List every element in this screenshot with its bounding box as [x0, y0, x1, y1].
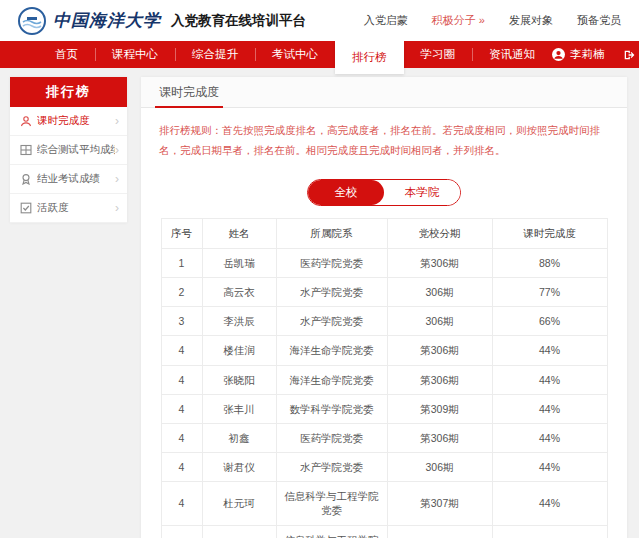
- cell-session: 306期: [387, 307, 492, 336]
- table-row: 4楼佳润海洋生命学院党委第306期44%: [161, 336, 607, 365]
- header-link-3[interactable]: 预备党员: [577, 13, 621, 28]
- cell-rank: 4: [161, 453, 202, 482]
- table-row: 2高云衣水产学院党委306期77%: [161, 278, 607, 307]
- sidebar-item-label: 综合测试平均成绩: [37, 143, 115, 157]
- university-name: 中国海洋大学: [53, 9, 161, 32]
- main-panel: 课时完成度 排行榜规则：首先按照完成度排名，高完成度者，排名在前。若完成度相同，…: [141, 77, 627, 538]
- cell-completion: 44%: [492, 482, 607, 525]
- sidebar-item-1[interactable]: 综合测试平均成绩›: [10, 136, 127, 165]
- cell-name: 初鑫: [202, 423, 276, 452]
- university-logo-icon: [18, 7, 46, 35]
- cell-completion: 44%: [492, 423, 607, 452]
- nav-item-6[interactable]: 资讯通知: [472, 41, 552, 68]
- cell-session: 第306期: [387, 336, 492, 365]
- sidebar-item-label: 结业考试成绩: [37, 172, 115, 186]
- tab-strip: 课时完成度: [141, 77, 627, 108]
- column-header-1: 姓名: [202, 218, 276, 248]
- cell-name: 郭欣彤: [202, 525, 276, 538]
- header-link-2[interactable]: 发展对象: [509, 13, 553, 28]
- cell-department: 信息科学与工程学院党委: [276, 525, 387, 538]
- logout-icon: [623, 49, 635, 61]
- cell-name: 张晓阳: [202, 365, 276, 394]
- nav-item-5[interactable]: 学习圈: [404, 41, 473, 68]
- chevron-right-icon: ›: [115, 172, 119, 186]
- scope-option-1[interactable]: 本学院: [384, 180, 460, 205]
- cell-rank: 2: [161, 278, 202, 307]
- nav-right: 李莉楠 退出: [552, 41, 639, 68]
- cell-department: 海洋生命学院党委: [276, 336, 387, 365]
- scope-toggle: 全校本学院: [141, 179, 627, 206]
- cell-name: 张丰川: [202, 394, 276, 423]
- chevron-right-icon: ›: [115, 114, 119, 128]
- cell-name: 高云衣: [202, 278, 276, 307]
- chevron-right-icon: ›: [115, 201, 119, 215]
- cell-name: 李洪辰: [202, 307, 276, 336]
- main-navbar: 首页课程中心综合提升考试中心排行榜学习圈资讯通知 李莉楠 退出: [0, 41, 639, 68]
- logout-button[interactable]: 退出: [623, 47, 639, 62]
- user-menu[interactable]: 李莉楠: [552, 47, 605, 62]
- table-row: 4张丰川数学科学学院党委第309期44%: [161, 394, 607, 423]
- header-link-0[interactable]: 入党启蒙: [364, 13, 408, 28]
- column-header-2: 所属院系: [276, 218, 387, 248]
- cell-name: 岳凯瑞: [202, 248, 276, 277]
- cell-session: 第306期: [387, 365, 492, 394]
- cell-rank: 4: [161, 525, 202, 538]
- header-link-1[interactable]: 积极分子 »: [432, 13, 485, 28]
- nav-item-0[interactable]: 首页: [38, 41, 95, 68]
- cell-completion: 88%: [492, 248, 607, 277]
- cell-rank: 1: [161, 248, 202, 277]
- column-header-0: 序号: [161, 218, 202, 248]
- sidebar-items: 课时完成度›综合测试平均成绩›结业考试成绩›活跃度›: [10, 107, 127, 223]
- cell-completion: 44%: [492, 525, 607, 538]
- sidebar-title: 排行榜: [10, 77, 127, 107]
- cell-completion: 44%: [492, 336, 607, 365]
- ranking-table: 序号姓名所属院系党校分期课时完成度 1岳凯瑞医药学院党委第306期88%2高云衣…: [161, 218, 608, 538]
- table-row: 4张晓阳海洋生命学院党委第306期44%: [161, 365, 607, 394]
- table-header-row: 序号姓名所属院系党校分期课时完成度: [161, 218, 607, 248]
- header-links: 入党启蒙积极分子 »发展对象预备党员: [364, 13, 621, 28]
- sidebar-item-label: 活跃度: [37, 201, 115, 215]
- cell-rank: 4: [161, 394, 202, 423]
- column-header-4: 课时完成度: [492, 218, 607, 248]
- sidebar-item-3[interactable]: 活跃度›: [10, 194, 127, 223]
- table-row: 4谢君仪水产学院党委306期44%: [161, 453, 607, 482]
- sidebar-item-2[interactable]: 结业考试成绩›: [10, 165, 127, 194]
- nav-item-2[interactable]: 综合提升: [175, 41, 255, 68]
- scope-toggle-group: 全校本学院: [307, 179, 461, 206]
- cell-completion: 44%: [492, 365, 607, 394]
- cell-rank: 4: [161, 423, 202, 452]
- cell-rank: 4: [161, 365, 202, 394]
- cell-department: 医药学院党委: [276, 423, 387, 452]
- user-avatar-icon: [552, 48, 565, 61]
- cell-completion: 66%: [492, 307, 607, 336]
- cell-name: 谢君仪: [202, 453, 276, 482]
- ranking-rules-text: 排行榜规则：首先按照完成度排名，高完成度者，排名在前。若完成度相同，则按照完成时…: [141, 108, 627, 165]
- nav-item-1[interactable]: 课程中心: [95, 41, 175, 68]
- cell-department: 水产学院党委: [276, 453, 387, 482]
- checkbox-icon: [20, 202, 32, 214]
- tab-course-completion[interactable]: 课时完成度: [159, 77, 219, 107]
- cell-department: 数学科学学院党委: [276, 394, 387, 423]
- chevron-right-icon: ›: [115, 143, 119, 157]
- cell-department: 信息科学与工程学院党委: [276, 482, 387, 525]
- content-area: 排行榜 课时完成度›综合测试平均成绩›结业考试成绩›活跃度› 课时完成度 排行榜…: [0, 68, 639, 538]
- cell-session: 第306期: [387, 423, 492, 452]
- nav-item-3[interactable]: 考试中心: [255, 41, 335, 68]
- top-header: 中国海洋大学 入党教育在线培训平台 入党启蒙积极分子 »发展对象预备党员: [0, 0, 639, 41]
- table-row: 4杜元珂信息科学与工程学院党委第307期44%: [161, 482, 607, 525]
- cell-rank: 3: [161, 307, 202, 336]
- nav-item-4[interactable]: 排行榜: [335, 41, 404, 74]
- table-row: 3李洪辰水产学院党委306期66%: [161, 307, 607, 336]
- nav-items: 首页课程中心综合提升考试中心排行榜学习圈资讯通知: [38, 41, 552, 68]
- table-row: 4郭欣彤信息科学与工程学院党委第307期44%: [161, 525, 607, 538]
- sidebar-item-label: 课时完成度: [37, 114, 115, 128]
- table-row: 1岳凯瑞医药学院党委第306期88%: [161, 248, 607, 277]
- cell-session: 第309期: [387, 394, 492, 423]
- scope-option-0[interactable]: 全校: [308, 180, 384, 205]
- medal-icon: [20, 173, 32, 185]
- cell-department: 医药学院党委: [276, 248, 387, 277]
- user-icon: [20, 115, 32, 127]
- cell-session: 第307期: [387, 482, 492, 525]
- cell-session: 306期: [387, 278, 492, 307]
- sidebar-item-0[interactable]: 课时完成度›: [10, 107, 127, 136]
